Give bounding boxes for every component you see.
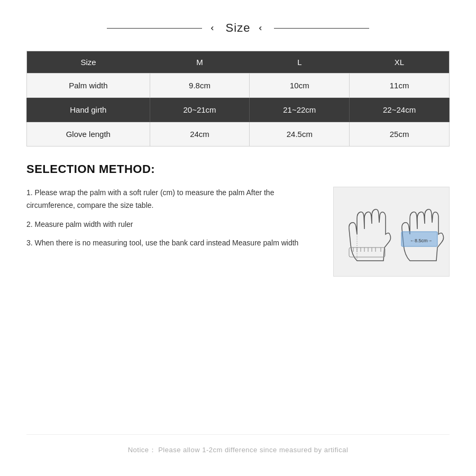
header-section: ⌄ Size ⌄ bbox=[26, 21, 450, 35]
palm-width-l: 10cm bbox=[250, 74, 350, 98]
row-label-palm-width: Palm width bbox=[27, 74, 150, 98]
step-1: 1. Please wrap the palm with a soft rule… bbox=[26, 187, 323, 212]
row-label-hand-girth: Hand girth bbox=[27, 98, 150, 122]
chevron-right-icon[interactable]: ⌄ bbox=[257, 24, 268, 32]
selection-text: 1. Please wrap the palm with a soft rule… bbox=[26, 187, 323, 256]
size-table-wrapper: Size M L XL Palm width 9.8cm 10cm 11cm H… bbox=[26, 51, 450, 147]
hand-girth-xl: 22~24cm bbox=[350, 98, 450, 122]
chevron-left-icon[interactable]: ⌄ bbox=[208, 24, 219, 32]
notice-text: Notice： Please allow 1-2cm difference si… bbox=[26, 445, 450, 455]
header-line-right bbox=[274, 28, 369, 29]
glove-length-l: 24.5cm bbox=[250, 122, 350, 147]
glove-length-m: 24cm bbox=[150, 122, 250, 147]
svg-rect-1 bbox=[349, 248, 385, 257]
step-2: 2. Measure palm width with ruler bbox=[26, 218, 323, 231]
col-header-size: Size bbox=[27, 51, 150, 74]
table-row: Glove length 24cm 24.5cm 25cm bbox=[27, 122, 450, 147]
page-title: Size bbox=[226, 21, 251, 35]
size-table: Size M L XL Palm width 9.8cm 10cm 11cm H… bbox=[26, 51, 450, 147]
glove-illustration: ←8.5cm→ bbox=[333, 187, 450, 277]
page-container: ⌄ Size ⌄ Size M L XL Palm width 9.8cm 10… bbox=[0, 0, 476, 476]
table-row: Hand girth 20~21cm 21~22cm 22~24cm bbox=[27, 98, 450, 122]
selection-section: SELECTION METHOD: 1. Please wrap the pal… bbox=[26, 162, 450, 277]
col-header-m: M bbox=[150, 51, 250, 74]
table-header-row: Size M L XL bbox=[27, 51, 450, 74]
palm-width-m: 9.8cm bbox=[150, 74, 250, 98]
selection-title: SELECTION METHOD: bbox=[26, 162, 450, 176]
step-3: 3. When there is no measuring tool, use … bbox=[26, 237, 323, 250]
row-label-glove-length: Glove length bbox=[27, 122, 150, 147]
selection-content: 1. Please wrap the palm with a soft rule… bbox=[26, 187, 450, 277]
col-header-xl: XL bbox=[350, 51, 450, 74]
notice-section: Notice： Please allow 1-2cm difference si… bbox=[26, 434, 450, 455]
palm-width-xl: 11cm bbox=[350, 74, 450, 98]
glove-length-xl: 25cm bbox=[350, 122, 450, 147]
hand-girth-m: 20~21cm bbox=[150, 98, 250, 122]
hand-girth-l: 21~22cm bbox=[250, 98, 350, 122]
header-line-left bbox=[107, 28, 202, 29]
col-header-l: L bbox=[250, 51, 350, 74]
table-row: Palm width 9.8cm 10cm 11cm bbox=[27, 74, 450, 98]
glove-svg: ←8.5cm→ bbox=[336, 189, 447, 274]
svg-text:←8.5cm→: ←8.5cm→ bbox=[410, 238, 433, 243]
